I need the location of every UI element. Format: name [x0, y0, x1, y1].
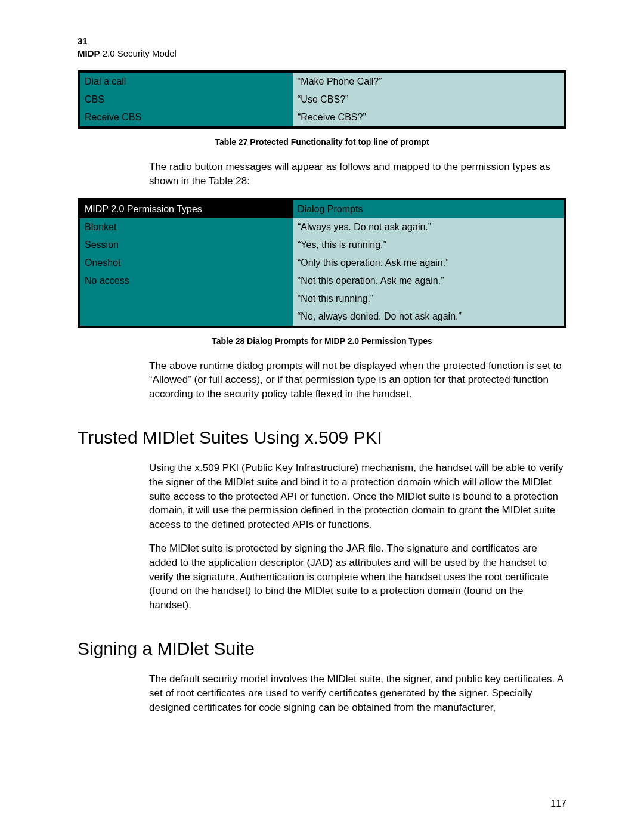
- table-cell: “Yes, this is running.”: [293, 236, 565, 254]
- paragraph: The above runtime dialog prompts will no…: [149, 359, 566, 401]
- table-row: Session “Yes, this is running.”: [79, 236, 565, 254]
- table-cell: Oneshot: [79, 254, 293, 272]
- table-cell: “Make Phone Call?”: [293, 72, 565, 91]
- paragraph: The default security model involves the …: [149, 672, 566, 714]
- table-27: Dial a call “Make Phone Call?” CBS “Use …: [78, 70, 566, 129]
- table-row: Oneshot “Only this operation. Ask me aga…: [79, 254, 565, 272]
- table-cell: CBS: [79, 91, 293, 109]
- paragraph: The radio button messages will appear as…: [149, 160, 566, 188]
- paragraph: Using the x.509 PKI (Public Key Infrastr…: [149, 461, 566, 532]
- table-row: “No, always denied. Do not ask again.”: [79, 308, 565, 327]
- section-heading: Trusted MIDlet Suites Using x.509 PKI: [78, 428, 566, 448]
- table-28-caption: Table 28 Dialog Prompts for MIDP 2.0 Per…: [78, 336, 566, 346]
- table-header-cell: Dialog Prompts: [293, 199, 565, 218]
- table-row: Blanket “Always yes. Do not ask again.”: [79, 218, 565, 236]
- table-cell: “Not this running.”: [293, 290, 565, 308]
- table-cell: [79, 308, 293, 327]
- table-header-cell: MIDP 2.0 Permission Types: [79, 199, 293, 218]
- table-cell: “Use CBS?”: [293, 91, 565, 109]
- section-heading: Signing a MIDlet Suite: [78, 639, 566, 659]
- table-cell: Blanket: [79, 218, 293, 236]
- table-cell: “Receive CBS?”: [293, 109, 565, 128]
- chapter-title-bold: MIDP: [78, 48, 100, 58]
- chapter-title: MIDP 2.0 Security Model: [78, 47, 566, 60]
- table-cell: No access: [79, 272, 293, 290]
- table-cell: “Not this operation. Ask me again.”: [293, 272, 565, 290]
- paragraph: The MIDlet suite is protected by signing…: [149, 541, 566, 612]
- table-28: MIDP 2.0 Permission Types Dialog Prompts…: [78, 198, 566, 328]
- table-cell: [79, 290, 293, 308]
- table-row: CBS “Use CBS?”: [79, 91, 565, 109]
- table-27-caption: Table 27 Protected Functionality fot top…: [78, 137, 566, 147]
- table-cell: Receive CBS: [79, 109, 293, 128]
- table-header-row: MIDP 2.0 Permission Types Dialog Prompts: [79, 199, 565, 218]
- table-cell: “No, always denied. Do not ask again.”: [293, 308, 565, 327]
- chapter-number: 31: [78, 35, 566, 47]
- table-cell: “Only this operation. Ask me again.”: [293, 254, 565, 272]
- table-row: No access “Not this operation. Ask me ag…: [79, 272, 565, 290]
- page-header: 31 MIDP 2.0 Security Model: [78, 35, 566, 60]
- page-number: 117: [550, 798, 566, 809]
- table-row: Receive CBS “Receive CBS?”: [79, 109, 565, 128]
- table-row: “Not this running.”: [79, 290, 565, 308]
- table-cell: “Always yes. Do not ask again.”: [293, 218, 565, 236]
- document-page: 31 MIDP 2.0 Security Model Dial a call “…: [0, 0, 644, 833]
- chapter-title-rest: 2.0 Security Model: [100, 48, 177, 58]
- table-cell: Session: [79, 236, 293, 254]
- table-row: Dial a call “Make Phone Call?”: [79, 72, 565, 91]
- table-cell: Dial a call: [79, 72, 293, 91]
